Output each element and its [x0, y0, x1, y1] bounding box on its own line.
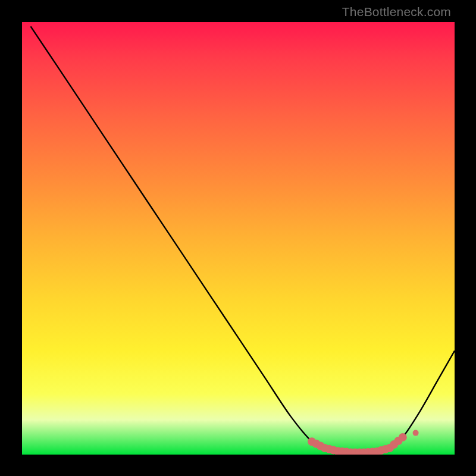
chart-svg: [22, 22, 455, 455]
watermark-text: TheBottleneck.com: [342, 5, 451, 19]
valley-markers: [308, 430, 419, 455]
bottleneck-line: [31, 26, 455, 452]
valley-marker-dot: [413, 430, 419, 436]
valley-marker-dot: [399, 433, 407, 441]
curve-path: [31, 26, 455, 452]
chart-frame: TheBottleneck.com: [0, 0, 476, 476]
plot-area: [22, 22, 455, 455]
